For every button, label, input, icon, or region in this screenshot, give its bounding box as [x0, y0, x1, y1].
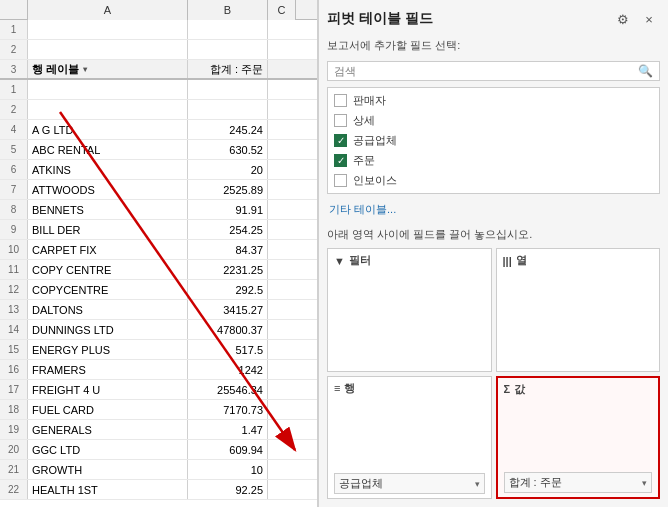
cell-b[interactable]: 47800.37	[188, 320, 268, 339]
cell-c3[interactable]	[268, 60, 296, 78]
cell-b1[interactable]	[188, 20, 268, 39]
cell-c[interactable]	[268, 420, 296, 439]
field-item[interactable]: 판매자	[332, 92, 655, 109]
cell-b[interactable]: 245.24	[188, 120, 268, 139]
cell-b[interactable]: 2231.25	[188, 260, 268, 279]
cell-b[interactable]: 1.47	[188, 420, 268, 439]
cell-c[interactable]	[268, 360, 296, 379]
dropdown-arrow-icon[interactable]: ▾	[83, 65, 87, 74]
search-box[interactable]: 🔍	[327, 61, 660, 81]
cell-c[interactable]	[268, 260, 296, 279]
sum-order-header[interactable]: 합계 : 주문	[188, 60, 268, 78]
row-label-header[interactable]: 행 레이블 ▾	[28, 60, 188, 78]
cell-b[interactable]: 7170.73	[188, 400, 268, 419]
field-item[interactable]: 상세	[332, 112, 655, 129]
cell-a[interactable]: GGC LTD	[28, 440, 188, 459]
cell-a[interactable]	[28, 80, 188, 99]
field-checkbox[interactable]: ✓	[334, 154, 347, 167]
row-number: 14	[0, 320, 28, 339]
cell-c[interactable]	[268, 380, 296, 399]
other-tables-link[interactable]: 기타 테이블...	[327, 200, 660, 219]
cell-a[interactable]: FREIGHT 4 U	[28, 380, 188, 399]
cell-a1[interactable]	[28, 20, 188, 39]
field-checkbox[interactable]	[334, 174, 347, 187]
cell-c2[interactable]	[268, 40, 296, 59]
field-item[interactable]: 인보이스	[332, 172, 655, 189]
cell-c[interactable]	[268, 160, 296, 179]
cell-a[interactable]: GROWTH	[28, 460, 188, 479]
cell-b[interactable]	[188, 80, 268, 99]
cell-a[interactable]: COPYCENTRE	[28, 280, 188, 299]
cell-a[interactable]: HEALTH 1ST	[28, 480, 188, 499]
table-row: 17 FREIGHT 4 U 25546.34	[0, 380, 317, 400]
cell-b[interactable]	[188, 100, 268, 119]
cell-a[interactable]: BENNETS	[28, 200, 188, 219]
cell-a[interactable]: CARPET FIX	[28, 240, 188, 259]
cell-b[interactable]: 84.37	[188, 240, 268, 259]
cell-c[interactable]	[268, 200, 296, 219]
field-item[interactable]: ✓ 공급업체	[332, 132, 655, 149]
cell-c[interactable]	[268, 460, 296, 479]
cell-b[interactable]: 1242	[188, 360, 268, 379]
cell-b[interactable]: 20	[188, 160, 268, 179]
cell-c[interactable]	[268, 220, 296, 239]
settings-button[interactable]: ⚙	[612, 8, 634, 30]
cell-b[interactable]: 3415.27	[188, 300, 268, 319]
cell-a[interactable]: DALTONS	[28, 300, 188, 319]
field-checkbox[interactable]	[334, 94, 347, 107]
cell-a[interactable]: A G LTD	[28, 120, 188, 139]
cell-b[interactable]: 292.5	[188, 280, 268, 299]
field-checkbox[interactable]: ✓	[334, 134, 347, 147]
cell-b[interactable]: 92.25	[188, 480, 268, 499]
cell-a[interactable]: FUEL CARD	[28, 400, 188, 419]
cell-c[interactable]	[268, 140, 296, 159]
pivot-subtitle: 보고서에 추가할 필드 선택:	[327, 38, 660, 53]
cell-c[interactable]	[268, 120, 296, 139]
cell-a[interactable]	[28, 100, 188, 119]
row-number: 10	[0, 240, 28, 259]
cell-a[interactable]: ENERGY PLUS	[28, 340, 188, 359]
cell-c[interactable]	[268, 440, 296, 459]
cell-b[interactable]: 25546.34	[188, 380, 268, 399]
col-b-header[interactable]: B	[188, 0, 268, 20]
cell-a[interactable]: COPY CENTRE	[28, 260, 188, 279]
cell-c[interactable]	[268, 480, 296, 499]
cell-c[interactable]	[268, 340, 296, 359]
field-checkbox[interactable]	[334, 114, 347, 127]
area-dropdown-values[interactable]: 합계 : 주문 ▾	[504, 472, 653, 493]
cell-a[interactable]: BILL DER	[28, 220, 188, 239]
cell-c1[interactable]	[268, 20, 296, 39]
cell-b[interactable]: 91.91	[188, 200, 268, 219]
cell-a[interactable]: FRAMERS	[28, 360, 188, 379]
row-number: 1	[0, 20, 28, 39]
cell-a[interactable]: GENERALS	[28, 420, 188, 439]
cell-b[interactable]: 2525.89	[188, 180, 268, 199]
cell-c[interactable]	[268, 320, 296, 339]
cell-b2[interactable]	[188, 40, 268, 59]
cell-b[interactable]: 630.52	[188, 140, 268, 159]
area-dropdown-rows[interactable]: 공급업체 ▾	[334, 473, 485, 494]
cell-a2[interactable]	[28, 40, 188, 59]
cell-c[interactable]	[268, 300, 296, 319]
cell-b[interactable]: 10	[188, 460, 268, 479]
cell-c[interactable]	[268, 240, 296, 259]
cell-c[interactable]	[268, 280, 296, 299]
cell-b[interactable]: 609.94	[188, 440, 268, 459]
cell-c[interactable]	[268, 180, 296, 199]
cell-a[interactable]: DUNNINGS LTD	[28, 320, 188, 339]
col-c-header[interactable]: C	[268, 0, 296, 20]
cell-a[interactable]: ABC RENTAL	[28, 140, 188, 159]
area-value-rows: 공급업체	[339, 476, 383, 491]
cell-c[interactable]	[268, 100, 296, 119]
cell-b[interactable]: 517.5	[188, 340, 268, 359]
cell-c[interactable]	[268, 80, 296, 99]
cell-a[interactable]: ATKINS	[28, 160, 188, 179]
col-a-header[interactable]: A	[28, 0, 188, 20]
cell-a[interactable]: ATTWOODS	[28, 180, 188, 199]
values-icon: Σ	[504, 383, 511, 395]
search-input[interactable]	[334, 65, 634, 77]
cell-b[interactable]: 254.25	[188, 220, 268, 239]
cell-c[interactable]	[268, 400, 296, 419]
close-button[interactable]: ×	[638, 8, 660, 30]
field-item[interactable]: ✓ 주문	[332, 152, 655, 169]
